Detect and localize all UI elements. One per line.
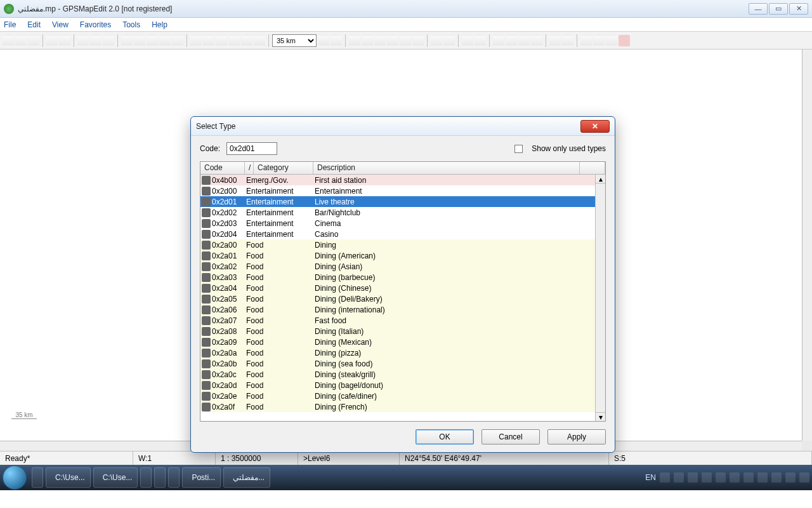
zoom-out-icon[interactable]: [331, 35, 342, 46]
toolbar-rect-icon[interactable]: [203, 35, 214, 46]
type-row[interactable]: 0x2a0eFoodDining (cafe/diner): [200, 391, 605, 401]
type-row[interactable]: 0x2a0aFoodDining (pizza): [200, 347, 605, 358]
col-category[interactable]: Category: [254, 162, 313, 174]
taskbar-item[interactable]: Posti...: [182, 467, 221, 488]
type-row[interactable]: 0x2a01FoodDining (American): [200, 250, 605, 261]
toolbar-a-icon[interactable]: [462, 35, 473, 46]
type-row[interactable]: 0x2a06FoodDining (international): [200, 304, 605, 315]
menu-edit[interactable]: Edit: [27, 20, 41, 29]
toolbar-tile-icon[interactable]: [443, 35, 455, 46]
taskbar-item[interactable]: C:\Use...: [93, 467, 138, 488]
maximize-button[interactable]: ▭: [769, 3, 788, 15]
tray-icon[interactable]: [702, 472, 712, 483]
system-tray[interactable]: EN: [645, 472, 809, 483]
toolbar-redo-icon[interactable]: [59, 35, 70, 46]
taskbar-item[interactable]: [140, 467, 152, 488]
zoom-in-icon[interactable]: [318, 35, 329, 46]
zoom-select[interactable]: 35 km: [272, 34, 317, 47]
tray-lang[interactable]: EN: [645, 473, 656, 482]
toolbar-g-icon[interactable]: [549, 35, 561, 46]
list-scrollbar[interactable]: ▴ ▾: [595, 175, 605, 421]
close-button[interactable]: ✕: [789, 3, 808, 15]
dialog-close-button[interactable]: ✕: [580, 120, 610, 133]
toolbar-h-icon[interactable]: [562, 35, 573, 46]
toolbar-poi-icon[interactable]: [254, 35, 265, 46]
col-description[interactable]: Description: [313, 162, 580, 174]
taskbar-item[interactable]: [168, 467, 180, 488]
taskbar-item[interactable]: [32, 467, 43, 488]
toolbar-copy-icon[interactable]: [593, 35, 605, 46]
toolbar-arrow-icon[interactable]: [121, 35, 133, 46]
type-row[interactable]: 0x2a09FoodDining (Mexican): [200, 337, 605, 347]
menu-file[interactable]: File: [4, 20, 16, 29]
toolbar-d-icon[interactable]: [506, 35, 517, 46]
tray-icon[interactable]: [730, 472, 740, 483]
col-blank[interactable]: [580, 162, 605, 174]
toolbar-draw-icon[interactable]: [172, 35, 183, 46]
tray-icon[interactable]: [799, 472, 809, 483]
toolbar-node-icon[interactable]: [147, 35, 158, 46]
tray-icon[interactable]: [716, 472, 726, 483]
ok-button[interactable]: OK: [416, 429, 474, 444]
toolbar-cut-icon[interactable]: [77, 35, 89, 46]
type-row[interactable]: 0x2d03EntertainmentCinema: [200, 218, 605, 229]
toolbar-route-icon[interactable]: [412, 35, 424, 46]
toolbar-trim-icon[interactable]: [159, 35, 171, 46]
col-sort[interactable]: /: [245, 162, 254, 174]
menu-view[interactable]: View: [52, 20, 69, 29]
taskbar-item[interactable]: مفضلتي...: [223, 467, 270, 488]
taskbar-item[interactable]: C:\Use...: [46, 467, 91, 488]
type-row[interactable]: 0x2a07FoodFast food: [200, 315, 605, 326]
toolbar-paste-icon[interactable]: [606, 35, 617, 46]
code-input[interactable]: [226, 142, 277, 155]
toolbar-line-icon[interactable]: [228, 35, 240, 46]
tray-icon[interactable]: [674, 472, 684, 483]
tray-icon[interactable]: [660, 472, 670, 483]
toolbar-delete-icon[interactable]: [619, 35, 630, 46]
toolbar-snap-icon[interactable]: [190, 35, 202, 46]
toolbar-open-icon[interactable]: [15, 35, 27, 46]
toolbar-color-icon[interactable]: [387, 35, 398, 46]
type-row[interactable]: 0x2a0bFoodDining (sea food): [200, 358, 605, 369]
minimize-button[interactable]: —: [749, 3, 768, 15]
type-row[interactable]: 0x2d01EntertainmentLive theatre: [200, 196, 605, 207]
toolbar-layers-icon[interactable]: [400, 35, 411, 46]
toolbar-save-icon[interactable]: [28, 35, 39, 46]
type-row[interactable]: 0x2a05FoodDining (Deli/Bakery): [200, 293, 605, 304]
type-row[interactable]: 0x2a0fFoodDining (French): [200, 401, 605, 412]
toolbar-b-icon[interactable]: [475, 35, 486, 46]
menu-favorites[interactable]: Favorites: [80, 20, 111, 29]
type-row[interactable]: 0x2d00EntertainmentEntertainment: [200, 185, 605, 196]
show-only-checkbox[interactable]: [514, 145, 523, 153]
toolbar-grid-icon[interactable]: [374, 35, 386, 46]
toolbar-c-icon[interactable]: [493, 35, 504, 46]
type-row[interactable]: 0x2d04EntertainmentCasino: [200, 229, 605, 239]
start-button[interactable]: [3, 465, 27, 490]
type-row[interactable]: 0x2a0cFoodDining (steak/grill): [200, 369, 605, 380]
type-row[interactable]: 0x2a03FoodDining (barbecue): [200, 272, 605, 283]
toolbar-undo-icon[interactable]: [46, 35, 58, 46]
map-canvas[interactable]: 35 km Select Type ✕ Code: Show only used…: [0, 50, 812, 451]
type-row[interactable]: 0x2a08FoodDining (Italian): [200, 326, 605, 337]
tray-icon[interactable]: [688, 472, 698, 483]
menu-help[interactable]: Help: [152, 20, 167, 29]
type-row[interactable]: 0x2a02FoodDining (Asian): [200, 261, 605, 272]
toolbar-dist-icon[interactable]: [362, 35, 373, 46]
menu-tools[interactable]: Tools: [122, 20, 140, 29]
type-row[interactable]: 0x4b00Emerg./Gov.First aid station: [200, 175, 605, 185]
toolbar-select-icon[interactable]: [103, 35, 114, 46]
toolbar-cut2-icon[interactable]: [580, 35, 592, 46]
taskbar-item[interactable]: [154, 467, 166, 488]
tray-icon[interactable]: [771, 472, 782, 483]
toolbar-f-icon[interactable]: [531, 35, 542, 46]
tray-icon[interactable]: [743, 472, 754, 483]
apply-button[interactable]: Apply: [547, 429, 606, 444]
tray-icon[interactable]: [757, 472, 768, 483]
toolbar-move-icon[interactable]: [134, 35, 145, 46]
col-code[interactable]: Code: [200, 162, 245, 174]
toolbar-label-icon[interactable]: [349, 35, 360, 46]
cancel-button[interactable]: Cancel: [481, 429, 540, 444]
type-row[interactable]: 0x2a00FoodDining: [200, 239, 605, 250]
toolbar-hand-icon[interactable]: [90, 35, 102, 46]
toolbar-frame-icon[interactable]: [431, 35, 442, 46]
